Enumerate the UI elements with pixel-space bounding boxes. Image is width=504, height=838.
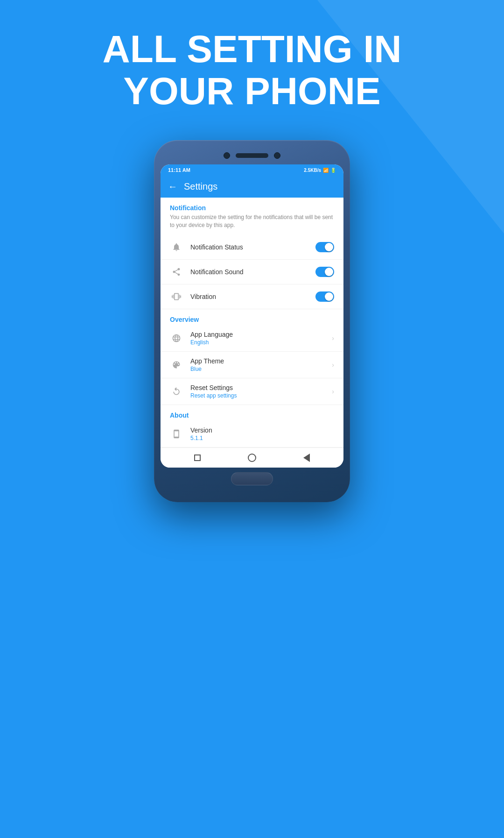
notification-sound-toggle[interactable] xyxy=(315,267,334,277)
nav-recent-button[interactable] xyxy=(192,453,203,463)
app-theme-chevron: › xyxy=(332,361,334,369)
notification-status-icon xyxy=(170,241,183,254)
settings-item-app-language[interactable]: App Language English › xyxy=(161,325,343,352)
vibration-label: Vibration xyxy=(190,293,308,300)
vibration-text: Vibration xyxy=(190,293,308,300)
version-text: Version 5.1.1 xyxy=(190,426,334,441)
nav-back-button[interactable] xyxy=(301,453,312,463)
status-network: 📶 xyxy=(323,168,329,173)
front-camera xyxy=(224,152,230,159)
settings-item-version: Version 5.1.1 xyxy=(161,421,343,447)
app-language-icon xyxy=(170,332,183,345)
app-bar-title: Settings xyxy=(184,181,217,192)
back-icon xyxy=(303,454,310,462)
app-language-label: App Language xyxy=(190,331,324,338)
notification-status-text: Notification Status xyxy=(190,243,308,251)
phone-nav-bar xyxy=(161,447,343,468)
front-sensor xyxy=(274,152,280,159)
app-language-sub: English xyxy=(190,339,324,346)
settings-item-notification-status[interactable]: Notification Status xyxy=(161,235,343,260)
version-icon xyxy=(170,427,183,440)
reset-icon xyxy=(170,385,183,398)
phone-mockup: 11:11 AM 2.5KB/s 📶 🔋 ← Settings Notifica… xyxy=(154,140,350,502)
status-icons: 2.5KB/s 📶 🔋 xyxy=(304,168,336,173)
header-line2: YOUR PHONE xyxy=(28,70,476,112)
app-theme-label: App Theme xyxy=(190,357,324,365)
app-language-text: App Language English xyxy=(190,331,324,346)
recent-apps-icon xyxy=(194,455,201,461)
home-icon xyxy=(248,454,256,462)
phone-speaker xyxy=(236,153,268,158)
reset-label: Reset Settings xyxy=(190,384,324,391)
reset-text: Reset Settings Reset app settings xyxy=(190,384,324,399)
status-battery: 🔋 xyxy=(330,168,336,173)
settings-item-app-theme[interactable]: App Theme Blue › xyxy=(161,352,343,378)
status-time: 11:11 AM xyxy=(168,167,190,173)
notification-sound-text: Notification Sound xyxy=(190,268,308,276)
status-bar: 11:11 AM 2.5KB/s 📶 🔋 xyxy=(161,164,343,176)
version-label: Version xyxy=(190,426,334,434)
physical-home-button[interactable] xyxy=(231,472,273,485)
app-theme-text: App Theme Blue xyxy=(190,357,324,372)
notification-sound-icon xyxy=(170,265,183,278)
app-language-chevron: › xyxy=(332,334,334,342)
phone-outer-shell: 11:11 AM 2.5KB/s 📶 🔋 ← Settings Notifica… xyxy=(154,140,350,502)
nav-home-button[interactable] xyxy=(247,453,257,463)
phone-screen: 11:11 AM 2.5KB/s 📶 🔋 ← Settings Notifica… xyxy=(161,164,343,468)
notification-status-toggle[interactable] xyxy=(315,242,334,252)
app-theme-sub: Blue xyxy=(190,366,324,372)
phone-top-hardware xyxy=(161,149,343,164)
phone-bottom-hardware xyxy=(161,468,343,488)
notification-status-label: Notification Status xyxy=(190,243,308,251)
section-header-notification: Notification xyxy=(161,198,343,213)
back-button[interactable]: ← xyxy=(168,181,177,192)
header-line1: ALL SETTING IN xyxy=(28,28,476,70)
notification-description: You can customize the setting for the no… xyxy=(161,213,343,235)
app-bar: ← Settings xyxy=(161,176,343,198)
section-header-about: About xyxy=(161,405,343,421)
section-header-overview: Overview xyxy=(161,309,343,325)
settings-item-reset[interactable]: Reset Settings Reset app settings › xyxy=(161,378,343,405)
settings-item-notification-sound[interactable]: Notification Sound xyxy=(161,260,343,284)
app-theme-icon xyxy=(170,358,183,371)
reset-sub: Reset app settings xyxy=(190,392,324,399)
vibration-icon xyxy=(170,290,183,303)
version-number: 5.1.1 xyxy=(190,435,334,441)
settings-content: Notification You can customize the setti… xyxy=(161,198,343,447)
reset-chevron: › xyxy=(332,388,334,395)
vibration-toggle[interactable] xyxy=(315,291,334,302)
notification-sound-label: Notification Sound xyxy=(190,268,308,276)
status-speed: 2.5KB/s xyxy=(304,168,321,173)
settings-item-vibration[interactable]: Vibration xyxy=(161,284,343,309)
header-text: ALL SETTING IN YOUR PHONE xyxy=(0,28,504,112)
